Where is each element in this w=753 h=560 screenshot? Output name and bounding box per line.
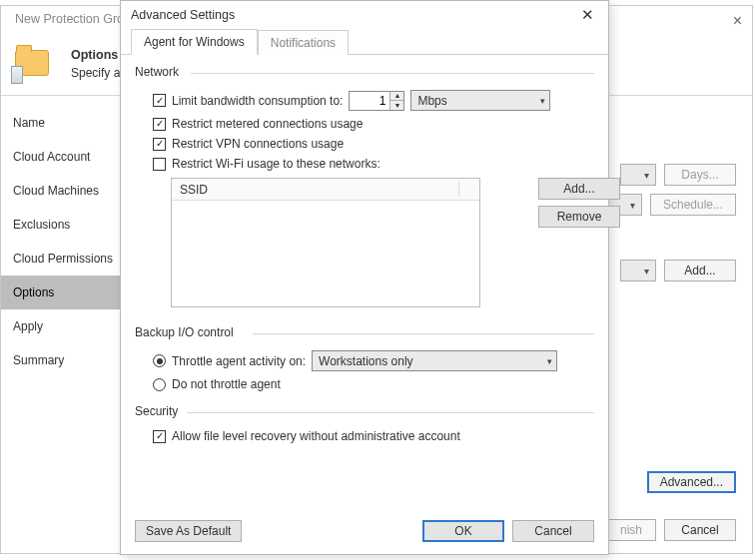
label-wifi: Restrict Wi-Fi usage to these networks:	[172, 157, 380, 171]
schedule-button: Schedule...	[650, 194, 736, 216]
label-metered: Restrict metered connections usage	[172, 117, 363, 131]
group-label-network: Network	[135, 65, 594, 79]
spin-down-icon[interactable]: ▼	[390, 101, 403, 110]
ssid-header: SSID	[172, 179, 479, 201]
checkbox-allow-recovery[interactable]	[153, 430, 166, 443]
bandwidth-unit-select[interactable]: Mbps ▾	[410, 90, 550, 111]
close-icon[interactable]: ×	[733, 12, 742, 30]
group-security: Security Allow file level recovery witho…	[135, 404, 594, 446]
radio-throttle[interactable]	[153, 354, 166, 367]
wizard-step-sub: Specify a	[71, 66, 120, 80]
select-placeholder-3[interactable]: ▾	[620, 260, 656, 281]
bandwidth-spinner[interactable]: ▲▼	[349, 91, 404, 111]
dialog-cancel-button[interactable]: Cancel	[512, 520, 594, 542]
chevron-down-icon: ▾	[540, 96, 545, 106]
ssid-table[interactable]: SSID	[171, 178, 480, 307]
ok-button[interactable]: OK	[422, 520, 504, 542]
checkbox-wifi[interactable]	[153, 158, 166, 171]
label-limit-bandwidth: Limit bandwidth consumption to:	[172, 94, 343, 108]
dialog-titlebar: Advanced Settings ✕	[121, 1, 608, 29]
group-label-backup: Backup I/O control	[135, 325, 594, 339]
finish-button: nish	[606, 519, 656, 541]
advanced-settings-dialog: Advanced Settings ✕ Agent for Windows No…	[120, 0, 609, 555]
dialog-title: Advanced Settings	[131, 8, 235, 22]
tab-notifications[interactable]: Notifications	[258, 30, 349, 55]
wizard-step-heading: Options	[71, 48, 118, 62]
select-placeholder-1[interactable]: ▾	[620, 164, 656, 186]
bandwidth-input[interactable]	[350, 92, 389, 110]
tab-agent-windows[interactable]: Agent for Windows	[131, 29, 258, 55]
ssid-remove-button[interactable]: Remove	[538, 206, 620, 228]
chevron-down-icon: ▾	[644, 170, 649, 181]
bandwidth-unit-value: Mbps	[417, 94, 446, 108]
throttle-select[interactable]: Workstations only ▾	[312, 350, 557, 371]
wizard-cancel-button[interactable]: Cancel	[664, 519, 736, 541]
group-label-security: Security	[135, 404, 594, 418]
save-default-button[interactable]: Save As Default	[135, 520, 242, 542]
group-backup-io: Backup I/O control Throttle agent activi…	[135, 325, 594, 394]
chevron-down-icon: ▾	[630, 200, 635, 211]
advanced-button[interactable]: Advanced...	[647, 471, 736, 493]
close-icon[interactable]: ✕	[575, 4, 600, 26]
folder-icon	[13, 46, 53, 86]
checkbox-vpn[interactable]	[153, 138, 166, 151]
days-button: Days...	[664, 164, 736, 186]
spin-up-icon[interactable]: ▲	[390, 92, 403, 102]
checkbox-metered[interactable]	[153, 118, 166, 131]
checkbox-limit-bandwidth[interactable]	[153, 94, 166, 107]
group-network: Network Limit bandwidth consumption to: …	[135, 65, 594, 307]
chevron-down-icon: ▾	[644, 266, 649, 277]
throttle-value: Workstations only	[319, 354, 412, 368]
dialog-tabs: Agent for Windows Notifications	[121, 29, 608, 55]
radio-no-throttle[interactable]	[153, 378, 166, 391]
ssid-add-button[interactable]: Add...	[538, 178, 620, 200]
label-allow-recovery: Allow file level recovery without admini…	[172, 429, 460, 443]
label-vpn: Restrict VPN connections usage	[172, 137, 344, 151]
label-no-throttle: Do not throttle agent	[172, 377, 281, 391]
chevron-down-icon: ▾	[547, 356, 552, 366]
add-button[interactable]: Add...	[664, 260, 736, 281]
label-throttle: Throttle agent activity on:	[172, 354, 306, 368]
